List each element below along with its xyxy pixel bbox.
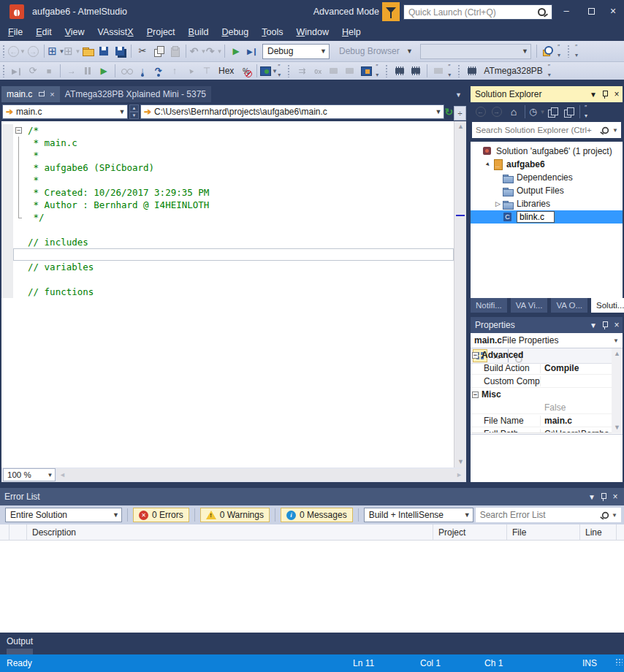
- window-position-dropdown-icon[interactable]: ▼: [586, 493, 598, 501]
- scroll-left-icon[interactable]: ◄: [57, 469, 68, 481]
- window-position-dropdown-icon[interactable]: ▼: [587, 321, 599, 329]
- error-list-body[interactable]: [0, 541, 624, 633]
- scroll-up-icon[interactable]: ▲: [454, 121, 467, 132]
- close-icon[interactable]: ×: [50, 90, 54, 99]
- toolbar-overflow-button[interactable]: [276, 64, 285, 78]
- memory-view-button[interactable]: [326, 63, 342, 79]
- cut-button[interactable]: [134, 43, 151, 59]
- property-row[interactable]: Custom Compil: [471, 375, 623, 388]
- property-row[interactable]: False: [471, 401, 623, 414]
- maximize-button[interactable]: [580, 0, 602, 22]
- tree-item-dependencies[interactable]: Dependencies: [471, 171, 623, 184]
- collapse-region-icon[interactable]: −: [15, 127, 22, 134]
- column-header-file[interactable]: File: [507, 524, 580, 540]
- quickwatch-button[interactable]: [118, 63, 134, 79]
- property-row[interactable]: File Namemain.c: [471, 414, 623, 427]
- run-button[interactable]: [96, 63, 112, 79]
- toolbar-overflow-button[interactable]: [574, 44, 582, 58]
- device-chip-button[interactable]: [464, 63, 480, 79]
- toolbar-grip[interactable]: [457, 64, 461, 77]
- spinner-down-icon[interactable]: ▼: [129, 112, 139, 119]
- solution-explorer-header[interactable]: Solution Explorer ▼ ×: [471, 86, 623, 102]
- menu-window[interactable]: Window: [289, 25, 335, 39]
- column-header-project[interactable]: Project: [433, 524, 507, 540]
- property-value[interactable]: Compile: [541, 363, 623, 373]
- column-header-blank-1[interactable]: [9, 524, 27, 540]
- code-line-12[interactable]: // variables: [1, 261, 454, 273]
- menu-vassistx[interactable]: VAssistX: [91, 25, 140, 39]
- menu-build[interactable]: Build: [182, 25, 216, 39]
- menu-project[interactable]: Project: [140, 25, 182, 39]
- menu-file[interactable]: File: [1, 25, 29, 39]
- close-button[interactable]: ×: [602, 0, 624, 22]
- properties-header[interactable]: Properties ▼ ×: [471, 317, 623, 333]
- collapse-category-icon[interactable]: −: [472, 352, 479, 359]
- save-all-button[interactable]: [112, 43, 128, 59]
- step-out-button[interactable]: [167, 63, 183, 79]
- menu-edit[interactable]: Edit: [29, 25, 58, 39]
- tree-item-aufgabe6[interactable]: ▾aufgabe6: [471, 158, 623, 171]
- panel-tab-soluti[interactable]: Soluti...: [591, 298, 624, 313]
- quick-launch-input[interactable]: Quick Launch (Ctrl+Q): [403, 4, 552, 20]
- run-to-cursor-button[interactable]: [199, 63, 215, 79]
- code-line-13[interactable]: [1, 273, 454, 286]
- spinner-up-icon[interactable]: ▲: [129, 104, 139, 112]
- scroll-down-icon[interactable]: ▼: [612, 422, 623, 433]
- panel-tab-vavi[interactable]: VA Vi...: [511, 298, 548, 313]
- editor-horizontal-scrollbar[interactable]: ◄ ►: [57, 469, 465, 481]
- break-all-button[interactable]: [80, 63, 96, 79]
- panel-tab-notifi[interactable]: Notifi...: [471, 298, 507, 313]
- property-row[interactable]: Full PathC:\Users\Bernha: [471, 427, 623, 433]
- column-header-line[interactable]: Line: [580, 524, 617, 540]
- property-category-misc[interactable]: −Misc: [471, 388, 623, 401]
- minimize-button[interactable]: –: [555, 0, 577, 22]
- scope-filter-combobox[interactable]: Entire Solution ▼: [5, 508, 122, 522]
- toolbar-grip[interactable]: [287, 64, 291, 77]
- code-line-1[interactable]: −/*: [1, 124, 454, 137]
- menu-tools[interactable]: Tools: [255, 25, 289, 39]
- zoom-combobox[interactable]: 100 % ▼: [3, 468, 56, 481]
- code-editor[interactable]: −/* * main.c * * aufgabe6 (SPiCboard) * …: [1, 121, 466, 467]
- new-project-button[interactable]: ▼: [47, 43, 64, 59]
- debug-browser-combobox[interactable]: Debug Browser▼: [334, 44, 416, 59]
- menu-help[interactable]: Help: [335, 25, 368, 39]
- erase-device-button[interactable]: [430, 63, 446, 79]
- property-value[interactable]: main.c: [541, 416, 623, 426]
- pin-icon[interactable]: [601, 90, 609, 99]
- panel-tab-vao[interactable]: VA O...: [551, 298, 587, 313]
- resize-grip[interactable]: [615, 658, 623, 665]
- code-line-4[interactable]: * aufgabe6 (SPiCboard): [1, 161, 454, 174]
- home-button[interactable]: [506, 104, 522, 120]
- show-all-button[interactable]: [560, 104, 577, 120]
- editor-vertical-scrollbar[interactable]: ÷ ▲ ▼: [454, 121, 466, 467]
- start-without-debugging-button[interactable]: [228, 43, 244, 59]
- solution-explorer-search-input[interactable]: Search Solution Explorer (Ctrl+ ▼: [472, 122, 621, 138]
- io-view-button[interactable]: [358, 63, 374, 79]
- device-name-button[interactable]: ATmega328PB: [480, 66, 547, 76]
- rename-edit-input[interactable]: blink.c: [517, 211, 555, 223]
- tab-main-c[interactable]: main.c ×: [1, 86, 60, 102]
- toolbar-grip[interactable]: [567, 45, 571, 58]
- fold-margin[interactable]: −: [13, 124, 25, 137]
- copy-button[interactable]: [151, 43, 167, 59]
- property-row[interactable]: Build ActionCompile: [471, 362, 623, 375]
- menu-view[interactable]: View: [58, 25, 91, 39]
- tab-device-info[interactable]: ATmega328PB Xplained Mini - 5375: [60, 86, 211, 102]
- find-in-files-button[interactable]: [540, 43, 556, 59]
- set-next-statement-button[interactable]: [183, 63, 199, 79]
- toggle-breakpoints-button[interactable]: [237, 63, 254, 79]
- mode-filter-button[interactable]: [382, 2, 400, 21]
- stop-button[interactable]: [41, 63, 57, 79]
- pending-filter-button[interactable]: ▼: [528, 104, 544, 120]
- code-line-7[interactable]: * Author : Bernhard @ I4HEINLOTH: [1, 199, 454, 211]
- close-icon[interactable]: ×: [611, 320, 623, 330]
- paste-button[interactable]: [167, 43, 183, 59]
- property-value[interactable]: False: [541, 402, 623, 413]
- nav-back-button[interactable]: ▼: [9, 43, 25, 59]
- step-into-button[interactable]: [134, 63, 151, 79]
- column-header-description[interactable]: Description: [27, 524, 433, 540]
- code-line-9[interactable]: [1, 224, 454, 236]
- expander-collapsed-icon[interactable]: ▷: [494, 200, 502, 207]
- warnings-filter-button[interactable]: 0 Warnings: [200, 508, 270, 522]
- window-position-dropdown-icon[interactable]: ▼: [587, 91, 599, 99]
